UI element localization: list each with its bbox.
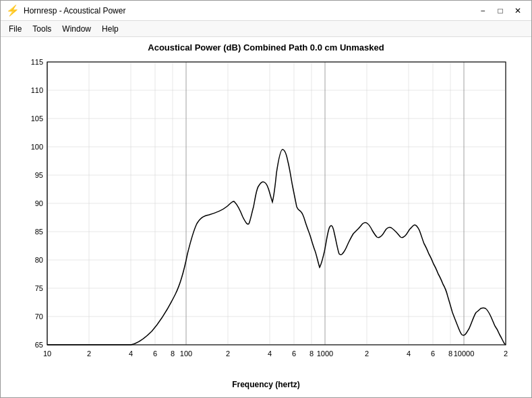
svg-text:2: 2 — [86, 350, 90, 358]
menu-file[interactable]: File — [3, 23, 27, 35]
x-axis-label: Frequency (hertz) — [232, 380, 300, 389]
svg-text:8: 8 — [170, 350, 174, 358]
svg-text:100: 100 — [179, 350, 191, 358]
svg-text:4: 4 — [406, 350, 410, 358]
svg-text:4: 4 — [128, 350, 132, 358]
svg-text:6: 6 — [291, 350, 295, 358]
menu-window[interactable]: Window — [57, 23, 96, 35]
chart-container: 115 110 105 100 95 90 85 80 75 70 65 — [13, 55, 519, 378]
title-bar: ⚡ Hornresp - Acoustical Power − □ ✕ — [1, 1, 531, 21]
maximize-button[interactable]: □ — [492, 3, 508, 18]
svg-text:2: 2 — [225, 350, 229, 358]
close-button[interactable]: ✕ — [510, 3, 526, 18]
app-icon: ⚡ — [6, 4, 20, 17]
svg-text:110: 110 — [30, 86, 42, 94]
svg-text:70: 70 — [34, 312, 42, 321]
svg-text:115: 115 — [30, 58, 42, 66]
window-controls: − □ ✕ — [475, 3, 526, 18]
menu-tools[interactable]: Tools — [27, 23, 57, 35]
svg-text:8: 8 — [448, 350, 452, 358]
main-window: ⚡ Hornresp - Acoustical Power − □ ✕ File… — [0, 0, 532, 398]
menu-help[interactable]: Help — [96, 23, 124, 35]
svg-text:10: 10 — [42, 350, 51, 358]
svg-text:65: 65 — [34, 341, 42, 349]
chart-area: Acoustical Power (dB) Combined Path 0.0 … — [1, 37, 531, 397]
svg-text:2: 2 — [503, 350, 507, 358]
chart-svg: 115 110 105 100 95 90 85 80 75 70 65 — [13, 55, 519, 378]
svg-text:85: 85 — [34, 228, 42, 236]
svg-text:8: 8 — [309, 350, 313, 358]
svg-text:95: 95 — [34, 171, 42, 179]
svg-text:80: 80 — [34, 256, 42, 264]
svg-text:100: 100 — [30, 143, 42, 151]
title-bar-left: ⚡ Hornresp - Acoustical Power — [6, 4, 125, 17]
svg-text:1000: 1000 — [316, 350, 332, 358]
svg-text:6: 6 — [152, 350, 156, 358]
svg-text:105: 105 — [30, 114, 42, 123]
svg-text:6: 6 — [430, 350, 434, 358]
svg-text:90: 90 — [34, 199, 42, 207]
menu-bar: File Tools Window Help — [1, 21, 531, 37]
chart-title: Acoustical Power (dB) Combined Path 0.0 … — [148, 42, 384, 53]
window-title: Hornresp - Acoustical Power — [24, 6, 125, 15]
svg-text:4: 4 — [267, 350, 271, 358]
svg-text:2: 2 — [364, 350, 368, 358]
svg-text:10000: 10000 — [453, 350, 474, 358]
svg-text:75: 75 — [34, 284, 42, 292]
minimize-button[interactable]: − — [475, 3, 491, 18]
